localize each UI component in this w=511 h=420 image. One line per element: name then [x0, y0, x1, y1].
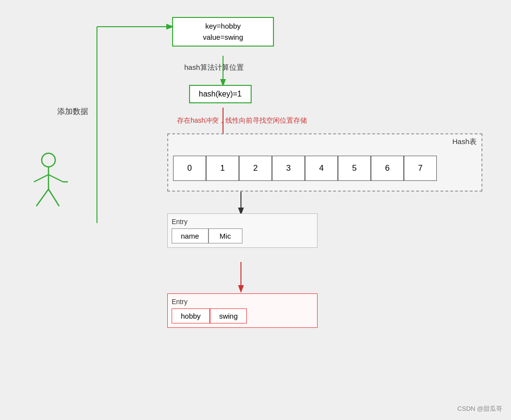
key-value-line1: key=hobby [206, 22, 241, 30]
entry1-box: Entry name Mic [167, 213, 318, 248]
entry1-row: name Mic [172, 228, 313, 243]
entry1-col2: Mic [208, 228, 242, 243]
arrows-svg [0, 0, 511, 420]
hash-table-label: Hash表 [452, 137, 477, 146]
hash-cell-2: 2 [239, 156, 272, 181]
hash-cell-0: 0 [173, 156, 206, 181]
hash-table-row: 0 1 2 3 4 5 6 7 [173, 156, 477, 181]
svg-line-10 [34, 175, 48, 182]
key-value-box: key=hobby value=swing [172, 17, 274, 47]
entry2-box: Entry hobby swing [167, 293, 318, 328]
watermark: CSDN @甜瓜哥 [457, 404, 502, 413]
hash-cell-4: 4 [305, 156, 338, 181]
hash-result-box: hash(key)=1 [189, 85, 252, 103]
entry2-col1: hobby [172, 308, 210, 323]
entry2-label: Entry [172, 298, 313, 306]
hash-table-container: Hash表 0 1 2 3 4 5 6 7 [167, 133, 482, 192]
entry2-row: hobby swing [172, 308, 313, 323]
entry1-label: Entry [172, 218, 313, 226]
svg-point-8 [42, 153, 55, 167]
hash-cell-3: 3 [272, 156, 305, 181]
stick-figure [29, 150, 68, 213]
hash-algo-label: hash算法计算位置 [184, 63, 244, 72]
hash-cell-6: 6 [371, 156, 404, 181]
hash-cell-7: 7 [404, 156, 437, 181]
entry1-col1: name [172, 228, 208, 243]
hash-cell-5: 5 [338, 156, 371, 181]
conflict-label: 存在hash冲突，线性向前寻找空闲位置存储 [177, 116, 307, 125]
svg-line-13 [48, 189, 59, 206]
key-value-line2: value=swing [203, 33, 243, 41]
svg-line-12 [36, 189, 48, 206]
add-data-label: 添加数据 [57, 107, 88, 117]
hash-cell-1: 1 [206, 156, 239, 181]
entry2-col2: swing [210, 308, 247, 323]
diagram-canvas: key=hobby value=swing hash算法计算位置 hash(ke… [0, 0, 511, 420]
svg-line-11 [48, 175, 63, 182]
